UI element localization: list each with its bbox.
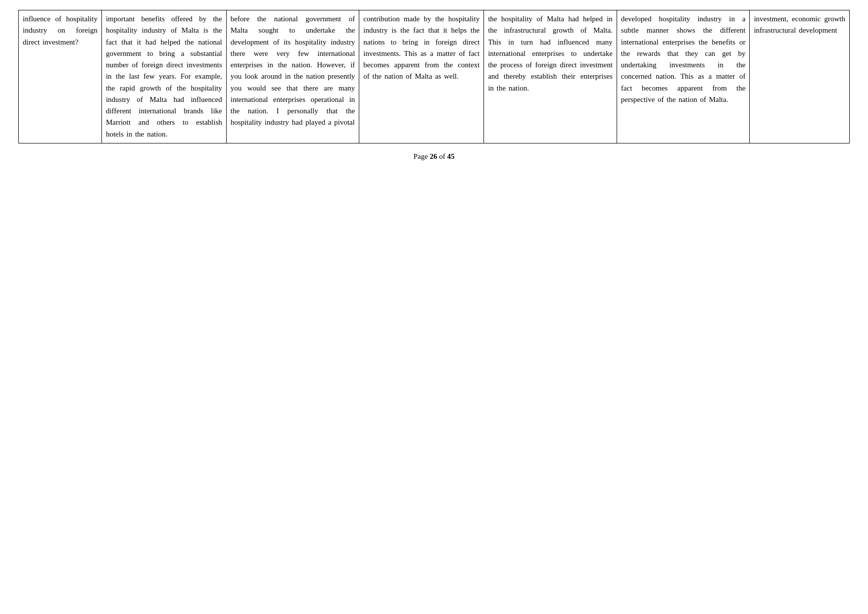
- cell-col3: before the national government of Malta …: [226, 10, 359, 143]
- footer-text-of: of: [437, 152, 447, 160]
- cell-col5: the hospitality of Malta had helped in t…: [484, 10, 617, 143]
- footer-total-pages: 45: [447, 152, 454, 160]
- cell-col4: contribution made by the hospitality ind…: [359, 10, 484, 143]
- page-container: influence of hospitality industry on for…: [18, 10, 850, 161]
- footer-page-number: 26: [430, 152, 437, 160]
- cell-col7: investment, economic growth infrastructu…: [750, 10, 850, 143]
- cell-col2: important benefits offered by the hospit…: [101, 10, 226, 143]
- cell-col1: influence of hospitality industry on for…: [19, 10, 102, 143]
- content-table: influence of hospitality industry on for…: [18, 10, 850, 143]
- footer-text-pre: Page: [414, 152, 430, 160]
- page-footer: Page 26 of 45: [18, 152, 850, 161]
- cell-col6: developed hospitality industry in a subt…: [617, 10, 750, 143]
- table-row: influence of hospitality industry on for…: [19, 10, 850, 143]
